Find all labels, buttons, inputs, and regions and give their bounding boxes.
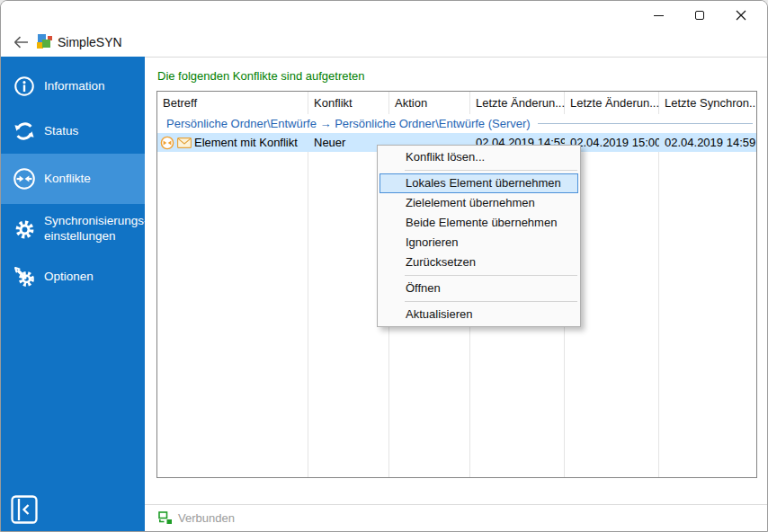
connection-status-label: Verbunden	[178, 511, 235, 525]
maximize-icon	[695, 11, 704, 20]
collapse-sidebar-icon	[11, 495, 38, 524]
network-connected-icon	[158, 511, 173, 525]
row-conflict-icon	[160, 136, 174, 150]
menu-item-beide-elemente-uebernehmen[interactable]: Beide Elemente übernehmen	[378, 213, 580, 233]
close-button[interactable]	[720, 1, 762, 30]
gear-icon	[12, 217, 37, 242]
table-header-row: Betreff Konflikt Aktion Letzte Änderun..…	[157, 92, 756, 114]
close-icon	[736, 10, 746, 21]
maximize-button[interactable]	[679, 1, 720, 30]
window-controls	[638, 1, 762, 30]
group-row: Persönliche Ordner\Entwürfe → Persönlich…	[157, 114, 756, 133]
options-gear-wrench-icon	[12, 264, 37, 289]
menu-item-konflikt-loesen[interactable]: Konflikt lösen...	[378, 147, 580, 167]
menu-item-lokales-element-uebernehmen[interactable]: Lokales Element übernehmen	[380, 173, 578, 193]
menu-item-aktualisieren[interactable]: Aktualisieren	[378, 305, 580, 324]
mail-icon	[177, 137, 192, 148]
menu-item-zuruecksetzen[interactable]: Zurücksetzen	[378, 253, 580, 272]
menu-item-ignorieren[interactable]: Ignorieren	[378, 233, 580, 253]
sidebar-item-label: Konflikte	[44, 172, 91, 187]
conflict-icon	[12, 166, 37, 191]
sidebar-item-label: Information	[44, 79, 105, 94]
minimize-icon	[654, 15, 664, 16]
collapse-sidebar-button[interactable]	[9, 493, 40, 526]
group-row-rule	[538, 123, 753, 124]
info-icon	[12, 74, 37, 99]
app-header: SimpleSYN	[1, 28, 767, 57]
menu-item-oeffnen[interactable]: Öffnen	[378, 279, 580, 298]
app-title: SimpleSYN	[58, 35, 122, 49]
sidebar-item-konflikte[interactable]: Konflikte	[1, 154, 145, 204]
title-bar	[1, 1, 767, 30]
back-button[interactable]	[13, 34, 31, 50]
menu-item-zielelement-uebernehmen[interactable]: Zielelement übernehmen	[378, 193, 580, 213]
back-arrow-icon	[13, 35, 30, 49]
sidebar-item-label: Synchronisierungs-einstellungen	[44, 214, 148, 244]
column-header-letzte-aenderung-1[interactable]: Letzte Änderun...	[470, 96, 565, 110]
sidebar-item-synchronisierungseinstellungen[interactable]: Synchronisierungs-einstellungen	[1, 204, 145, 254]
sidebar-item-information[interactable]: Information	[1, 64, 145, 109]
minimize-button[interactable]	[638, 1, 679, 30]
column-header-letzte-aenderung-2[interactable]: Letzte Änderun...	[565, 96, 659, 110]
context-menu: Konflikt lösen... Lokales Element überne…	[377, 145, 581, 327]
menu-separator	[405, 275, 577, 276]
sidebar-item-label: Status	[44, 124, 78, 139]
menu-separator	[405, 170, 577, 171]
column-header-aktion[interactable]: Aktion	[389, 96, 470, 110]
column-header-konflikt[interactable]: Konflikt	[308, 96, 389, 110]
menu-separator	[405, 301, 577, 302]
app-window: SimpleSYN Information Status	[0, 0, 768, 532]
conflicts-heading: Die folgenden Konflikte sind aufgetreten	[157, 69, 365, 83]
sidebar-item-status[interactable]: Status	[1, 109, 145, 154]
cell-letzte-synchronisation: 02.04.2019 14:59	[659, 136, 756, 149]
cell-betreff: Element mit Konflikt	[157, 136, 308, 150]
sync-icon	[12, 119, 37, 144]
simplesyn-logo-icon	[37, 34, 53, 50]
status-bar: Verbunden	[145, 505, 767, 531]
column-header-betreff[interactable]: Betreff	[157, 96, 308, 110]
column-header-letzte-synchronisation[interactable]: Letzte Synchron...	[659, 96, 756, 110]
sidebar-item-optionen[interactable]: Optionen	[1, 254, 145, 299]
group-row-label: Persönliche Ordner\Entwürfe → Persönlich…	[166, 117, 531, 130]
sidebar-item-label: Optionen	[44, 270, 94, 285]
sidebar: Information Status	[1, 57, 145, 531]
